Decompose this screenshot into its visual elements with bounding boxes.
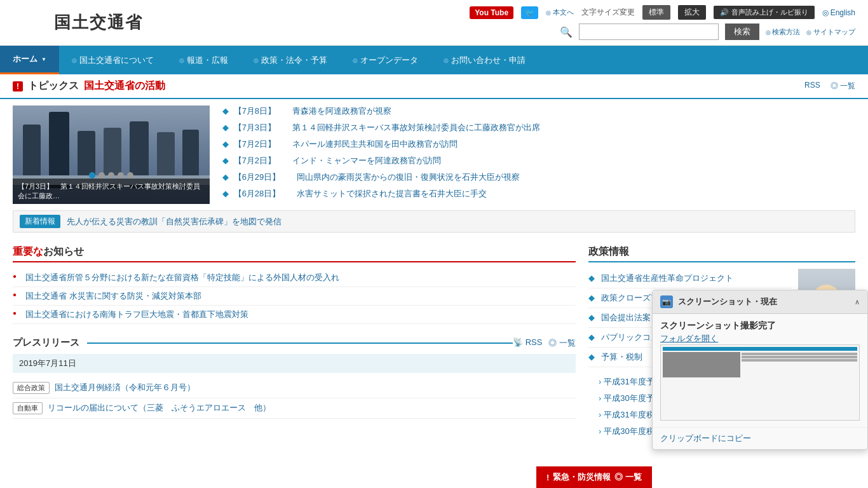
press-section: プレスリリース 📡 RSS ◎ 一覧 2019年7月11日 総合政策 bbox=[13, 337, 576, 419]
speaker-icon: 🔊 bbox=[720, 8, 729, 17]
notice-item-3: 国土交通省における南海トラフ巨大地震・首都直下地震対策 bbox=[13, 306, 576, 324]
notice-link-1[interactable]: 国土交通省所管５分野における新たな在留資格「特定技能」による外国人材の受入れ bbox=[25, 273, 339, 282]
important-section: 重要なお知らせ 国土交通省所管５分野における新たな在留資格「特定技能」による外国… bbox=[13, 245, 576, 324]
dot-3[interactable] bbox=[108, 172, 114, 179]
preview-nav bbox=[663, 347, 857, 351]
screenshot-footer: クリップボードにコピー bbox=[653, 427, 867, 446]
font-standard-button[interactable]: 標準 bbox=[642, 5, 670, 20]
press-list-link[interactable]: ◎ 一覧 bbox=[548, 337, 576, 349]
nav-arrow-icon: ▼ bbox=[41, 57, 46, 62]
logo-area: 国土交通省 bbox=[13, 5, 143, 40]
important-highlight: 重要な bbox=[13, 246, 43, 257]
nav-opendata[interactable]: オープンデータ bbox=[340, 46, 431, 74]
list-item: ◆ 【7月8日】 青森港を阿達政務官が視察 bbox=[222, 105, 855, 117]
diamond-icon: ◆ bbox=[222, 156, 229, 165]
topics-item-link-4[interactable]: 【7月2日】 インド・ミャンマーを阿達政務官が訪問 bbox=[234, 156, 441, 165]
preview-line bbox=[742, 353, 857, 355]
topics-item-link-1[interactable]: 【7月8日】 青森港を阿達政務官が視察 bbox=[234, 106, 391, 116]
screenshot-overlay: 📷 スクリーンショット・現在 ∧ スクリーンショット撮影完了 フォルダを開く bbox=[652, 290, 868, 446]
notice-link-2[interactable]: 国土交通省 水災害に関する防災・減災対策本部 bbox=[25, 291, 201, 301]
diamond-icon: ◆ bbox=[222, 189, 229, 198]
press-header: プレスリリース 📡 RSS ◎ 一覧 bbox=[13, 337, 576, 349]
dot-5[interactable] bbox=[127, 172, 133, 179]
newinfo-text: 先人が伝える災害の教訓「自然災害伝承碑」を地図で発信 bbox=[67, 216, 281, 227]
dot-4[interactable] bbox=[118, 172, 124, 179]
topics-label: トピックス bbox=[28, 79, 79, 93]
topics-item-link-6[interactable]: 【6月28日】 水害サミットで採択された提言書を石井大臣に手交 bbox=[234, 189, 487, 198]
policy-diamond-icon: ◆ bbox=[588, 332, 595, 342]
policy-link-5[interactable]: 予算・税制 bbox=[601, 352, 642, 362]
policy-link-1[interactable]: 国土交通省生産性革命プロジェクト bbox=[601, 273, 733, 283]
policy-diamond-icon: ◆ bbox=[588, 352, 595, 362]
notice-list: 国土交通省所管５分野における新たな在留資格「特定技能」による外国人材の受入れ 国… bbox=[13, 269, 576, 324]
font-large-button[interactable]: 拡大 bbox=[678, 5, 706, 20]
screenshot-body: スクリーンショット撮影完了 フォルダを開く bbox=[653, 314, 867, 427]
search-button[interactable]: 検索 bbox=[725, 24, 759, 40]
notice-item-1: 国土交通省所管５分野における新たな在留資格「特定技能」による外国人材の受入れ bbox=[13, 269, 576, 287]
rss-icon: 📡 bbox=[513, 337, 526, 347]
press-title-area: プレスリリース bbox=[13, 337, 513, 349]
search-input[interactable] bbox=[579, 24, 719, 40]
honbun-link[interactable]: 本文へ bbox=[546, 8, 574, 17]
preview-text bbox=[742, 352, 857, 377]
topics-item-link-3[interactable]: 【7月2日】 ネパール連邦民主共和国を田中政務官が訪問 bbox=[234, 139, 458, 149]
newinfo-link[interactable]: 先人が伝える災害の教訓「自然災害伝承碑」を地図で発信 bbox=[67, 217, 281, 226]
circle-icon: ◎ bbox=[831, 81, 840, 90]
press-item-1: 総合政策 国土交通月例経済（令和元年６月号） bbox=[13, 378, 576, 398]
diamond-icon: ◆ bbox=[222, 123, 229, 132]
topics-caption-link[interactable]: 【7月3日】 第１４回軽井沢スキーバス事故対策検討委員会に工藤政… bbox=[18, 182, 200, 200]
policy-diamond-icon: ◆ bbox=[588, 293, 595, 302]
topics-subtitle: 国土交通省の活動 bbox=[84, 79, 165, 93]
diamond-icon: ◆ bbox=[222, 139, 229, 149]
logo-icon bbox=[13, 5, 48, 40]
press-underline bbox=[87, 342, 513, 344]
topics-title: ! トピックス 国土交通省の活動 bbox=[13, 79, 165, 93]
screenshot-icon: 📷 bbox=[660, 295, 673, 308]
search-method-link[interactable]: 検索方法 bbox=[766, 27, 801, 37]
topics-list-link[interactable]: ◎ 一覧 bbox=[831, 81, 855, 92]
list-item: ◆ 【7月3日】 第１４回軽井沢スキーバス事故対策検討委員会に工藤政務官が出席 bbox=[222, 122, 855, 133]
english-link[interactable]: ◎ English bbox=[822, 8, 855, 17]
voice-button[interactable]: 🔊 音声読み上げ・ルビ振り bbox=[714, 6, 815, 19]
twitter-button[interactable]: 🐦 bbox=[521, 6, 538, 19]
press-tag-1: 総合政策 bbox=[13, 382, 50, 394]
important-rest: お知らせ bbox=[43, 246, 84, 257]
nav-contact[interactable]: お問い合わせ・申請 bbox=[431, 46, 538, 74]
press-link-1[interactable]: 国土交通月例経済（令和元年６月号） bbox=[55, 382, 195, 393]
policy-diamond-icon: ◆ bbox=[588, 273, 595, 283]
open-folder-link[interactable]: フォルダを開く bbox=[660, 334, 718, 343]
youtube-button[interactable]: You Tube bbox=[470, 6, 513, 19]
topics-header: ! トピックス 国土交通省の活動 RSS ◎ 一覧 bbox=[0, 74, 868, 99]
header: 国土交通省 You Tube 🐦 本文へ 文字サイズ変更 標準 拡大 🔊 音声読… bbox=[0, 0, 868, 46]
clipboard-button[interactable]: クリップボードにコピー bbox=[660, 433, 751, 443]
list-item: ◆ 【6月29日】 岡山県内の豪雨災害からの復旧・復興状況を石井大臣が視察 bbox=[222, 172, 855, 183]
topics-item-link-5[interactable]: 【6月29日】 岡山県内の豪雨災害からの復旧・復興状況を石井大臣が視察 bbox=[234, 172, 520, 182]
topics-item-link-2[interactable]: 【7月3日】 第１４回軽井沢スキーバス事故対策検討委員会に工藤政務官が出席 bbox=[234, 123, 540, 132]
font-size-label: 文字サイズ変更 bbox=[581, 7, 635, 18]
dot-1[interactable] bbox=[89, 172, 95, 179]
topics-image: 【7月3日】 第１４回軽井沢スキーバス事故対策検討委員会に工藤政… bbox=[13, 105, 210, 204]
logo-inner bbox=[19, 11, 41, 34]
nav-policy[interactable]: 政策・法令・予算 bbox=[241, 46, 340, 74]
preview-line bbox=[742, 356, 857, 358]
camera-icon: 📷 bbox=[662, 298, 671, 306]
press-links: 📡 RSS ◎ 一覧 bbox=[513, 337, 576, 349]
press-rss-link[interactable]: 📡 RSS bbox=[513, 337, 542, 349]
chevron-up-icon[interactable]: ∧ bbox=[855, 298, 860, 306]
press-link-2[interactable]: リコールの届出について（三菱 ふそうエアロエース 他） bbox=[48, 402, 271, 414]
preview-content bbox=[661, 345, 859, 420]
nav-press[interactable]: 報道・広報 bbox=[166, 46, 241, 74]
important-title: 重要なお知らせ bbox=[13, 245, 576, 262]
search-icon-label: 🔍 bbox=[560, 26, 573, 38]
press-item-2: 自動車 リコールの届出について（三菱 ふそうエアロエース 他） bbox=[13, 398, 576, 419]
sitemap-link[interactable]: サイトマップ bbox=[806, 27, 855, 37]
policy-diamond-icon: ◆ bbox=[588, 313, 595, 322]
nav-home[interactable]: ホーム ▼ bbox=[0, 46, 59, 74]
preview-img bbox=[663, 352, 740, 377]
topics-content: 【7月3日】 第１４回軽井沢スキーバス事故対策検討委員会に工藤政… ◆ 【7月8… bbox=[0, 99, 868, 210]
dot-2[interactable] bbox=[98, 172, 105, 179]
notice-link-3[interactable]: 国土交通省における南海トラフ巨大地震・首都直下地震対策 bbox=[25, 309, 248, 319]
policy-link-3[interactable]: 国会提出法案 bbox=[601, 313, 651, 322]
topics-rss-link[interactable]: RSS bbox=[804, 81, 820, 92]
nav-about[interactable]: 国土交通省について bbox=[59, 46, 166, 74]
